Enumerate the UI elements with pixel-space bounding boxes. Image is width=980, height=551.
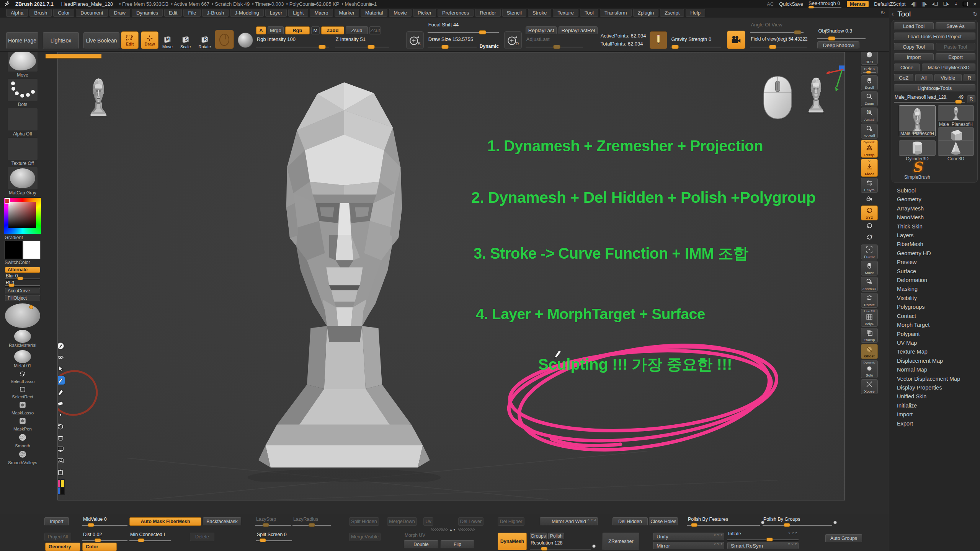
eye-icon[interactable] xyxy=(57,353,65,362)
auto-mask-fibermesh-button[interactable]: Auto Mask FiberMesh xyxy=(129,517,201,526)
right-camlock-button[interactable] xyxy=(861,194,878,204)
pencil-icon[interactable] xyxy=(57,376,65,385)
section-geometry-hd[interactable]: Geometry HD xyxy=(892,249,978,258)
menu-zplugin[interactable]: Zplugin xyxy=(633,9,659,17)
rotate-button[interactable]: R Rotate xyxy=(198,34,211,49)
shelf-divider-right-icon[interactable]: ||||▸ xyxy=(921,1,927,7)
lazyradius-slider[interactable]: LazyRadius xyxy=(292,517,331,527)
resolution-slider[interactable]: Resolution 128 xyxy=(530,540,591,550)
menu-preferences[interactable]: Preferences xyxy=(438,9,474,17)
shelf-thumb-matcap-gray[interactable]: MatCap Gray xyxy=(7,167,38,196)
right-xpose-button[interactable]: Xpose xyxy=(861,379,878,394)
menus-button[interactable]: Menus xyxy=(847,1,869,7)
tool-clone-button[interactable]: Clone xyxy=(894,64,920,71)
current-brush-button[interactable] xyxy=(215,30,234,49)
tool-r-button[interactable]: R xyxy=(967,95,975,103)
lazy-mouse-button[interactable] xyxy=(650,31,667,49)
replay-last-button[interactable]: ReplayLast xyxy=(526,26,557,34)
mergedown-button[interactable]: MergeDown xyxy=(387,517,417,526)
tool-lightbox-tools-button[interactable]: Lightbox▶Tools xyxy=(894,84,975,92)
rgb-intensity-slider[interactable]: Rgb Intensity 100 xyxy=(256,35,329,49)
shelf-divider-left-icon[interactable]: ◂|||| xyxy=(911,1,916,7)
right-scroll-button[interactable]: Scroll xyxy=(861,75,878,90)
del-higher-button[interactable]: Del Higher xyxy=(498,517,524,526)
del-lower-button[interactable]: Del Lower xyxy=(458,517,483,526)
image-icon[interactable] xyxy=(57,456,65,465)
delete-button[interactable]: Delete xyxy=(190,533,214,541)
menu-movie[interactable]: Movie xyxy=(389,9,412,17)
replay-last-rel-button[interactable]: ReplayLastRel xyxy=(559,26,598,34)
menu-render[interactable]: Render xyxy=(475,9,501,17)
tool-paste-tool-button[interactable]: Paste Tool xyxy=(936,43,975,51)
menu-macro[interactable]: Macro xyxy=(310,9,333,17)
secondary-color-swatch[interactable] xyxy=(23,241,41,259)
menu-material[interactable]: Material xyxy=(361,9,387,17)
stroke-type-button[interactable]: S xyxy=(406,31,424,49)
close-icon[interactable]: × xyxy=(973,1,976,7)
shelf-thumb-texture-off[interactable]: Texture Off xyxy=(7,137,38,166)
section-morph-target[interactable]: Morph Target xyxy=(892,321,978,329)
right-aahalf-button[interactable]: AAHalf xyxy=(861,124,878,139)
right-spix-3-button[interactable]: SPix 3 xyxy=(861,66,878,74)
zremesher-button[interactable]: ZRemesher xyxy=(603,533,639,550)
midvalue-0-slider[interactable]: MidValue 0 xyxy=(82,517,127,527)
right-frame-button[interactable]: Frame xyxy=(861,245,878,259)
paint-mode-m[interactable]: M xyxy=(311,26,320,34)
adjust-last-slider[interactable]: AdjustLast xyxy=(526,35,583,49)
panel-splitter[interactable]: ▲▼ xyxy=(431,528,475,531)
menu-j-brush[interactable]: J-Brush xyxy=(202,9,229,17)
paint-mode-zcut[interactable]: Zcut xyxy=(369,26,381,34)
axis-gizmo[interactable] xyxy=(823,65,845,93)
panel-collapse-icon[interactable]: ‹ xyxy=(892,11,893,18)
right-bpr-button[interactable]: BPR xyxy=(861,50,878,65)
auto-groups-button[interactable]: Auto Groups xyxy=(825,534,862,543)
section-arraymesh[interactable]: ArrayMesh xyxy=(892,204,978,213)
geometry-button[interactable]: Geometry xyxy=(45,543,80,551)
section-fibermesh[interactable]: FiberMesh xyxy=(892,240,978,249)
angle-of-view-slider[interactable]: Angle Of View xyxy=(750,21,804,34)
tool-thumb-simplebrush[interactable]: SSimpleBrush xyxy=(899,160,935,180)
menu-edit[interactable]: Edit xyxy=(164,9,182,17)
menu-dynamics[interactable]: Dynamics xyxy=(132,9,163,17)
trash-icon[interactable] xyxy=(57,434,65,442)
tool-make-polymesh3d-button[interactable]: Make PolyMesh3D xyxy=(922,64,975,71)
material-basicmaterial[interactable]: BasicMaterial xyxy=(9,330,36,348)
section-polygroups[interactable]: Polygroups xyxy=(892,303,978,311)
menu-texture[interactable]: Texture xyxy=(553,9,578,17)
inflate-slider[interactable]: InflateX Y Z xyxy=(727,531,799,541)
fillobject-button[interactable]: FillObject xyxy=(5,295,40,301)
material-preview-sphere[interactable] xyxy=(5,303,40,328)
section-initialize[interactable]: Initialize xyxy=(892,401,978,410)
right-xyz-button[interactable]: XYZ xyxy=(861,205,878,220)
dynamesh-button[interactable]: DynaMesh xyxy=(498,533,527,550)
backfacemask-button[interactable]: BackfaceMask xyxy=(203,517,241,526)
draw-button[interactable]: Draw xyxy=(141,31,158,49)
min-connected-i-slider[interactable]: Min Connected I xyxy=(129,532,171,542)
see-through-slider[interactable]: See-through 0 xyxy=(808,0,841,8)
tool-export-button[interactable]: Export xyxy=(936,53,975,61)
default-zscript-button[interactable]: DefaultZScript xyxy=(874,1,905,7)
menu-brush[interactable]: Brush xyxy=(29,9,52,17)
uv-button[interactable]: Uv xyxy=(423,517,433,526)
gradient-label[interactable]: Gradient xyxy=(5,235,23,240)
obj-shadow-slider[interactable]: ObjShadow 0.3 xyxy=(817,27,866,41)
menu-stroke[interactable]: Stroke xyxy=(528,9,552,17)
right-persp-button[interactable]: DynamicPersp xyxy=(861,140,878,158)
right-ghost-button[interactable]: Ghost xyxy=(861,344,878,359)
color-picker[interactable] xyxy=(4,197,41,234)
main-color-swatch[interactable] xyxy=(5,241,22,259)
polish-by-groups-slider[interactable]: Polish By Groups xyxy=(763,517,832,527)
section-normal-map[interactable]: Normal Map xyxy=(892,365,978,374)
menu-stencil[interactable]: Stencil xyxy=(502,9,526,17)
shelf-thumb-alpha-off[interactable]: Alpha Off xyxy=(7,108,38,137)
right-rotate-button[interactable]: Rotate xyxy=(861,293,878,308)
tool-goz-button[interactable]: GoZ xyxy=(894,74,913,82)
right-transp-button[interactable]: Transp xyxy=(861,328,878,343)
tool-copy-tool-button[interactable]: Copy Tool xyxy=(894,43,934,51)
groups-button[interactable]: Groups xyxy=(530,533,547,540)
flip-button[interactable]: Flip xyxy=(441,540,474,549)
del-hidden-button[interactable]: Del Hidden xyxy=(612,517,648,526)
section-polypaint[interactable]: Polypaint xyxy=(892,330,978,339)
tool-thumb-male-planesofh-selected[interactable]: Male_PlanesofH xyxy=(899,105,935,137)
brush-selectrect[interactable]: SelectRect xyxy=(12,385,33,399)
